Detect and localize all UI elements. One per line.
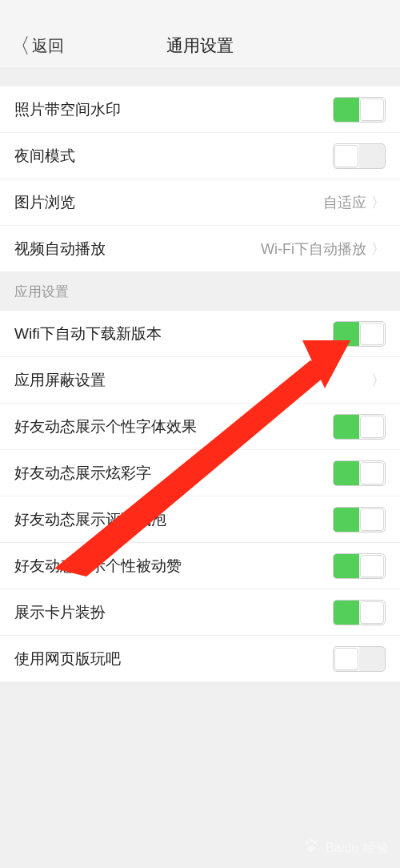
switch-photo-watermark[interactable]: [333, 97, 386, 123]
switch-friend-font[interactable]: [333, 414, 386, 440]
row-photo-watermark[interactable]: 照片带空间水印: [0, 86, 400, 133]
row-colorful-text[interactable]: 好友动态展示炫彩字: [0, 450, 400, 496]
row-label: 好友动态展示评论气泡: [14, 509, 166, 530]
switch-colorful-text[interactable]: [333, 460, 386, 486]
row-passive-like[interactable]: 好友动态展示个性被动赞: [0, 543, 400, 589]
paw-icon: [302, 836, 321, 860]
row-label: 夜间模式: [14, 146, 75, 167]
chevron-left-icon: 〈: [10, 32, 30, 60]
switch-card-decor[interactable]: [333, 600, 386, 625]
switch-wifi-autodownload[interactable]: [333, 321, 386, 347]
row-card-decor[interactable]: 展示卡片装扮: [0, 589, 400, 636]
row-label: 视频自动播放: [14, 239, 106, 259]
row-label: Wifi下自动下载新版本: [14, 323, 162, 344]
row-video-autoplay[interactable]: 视频自动播放 Wi-Fi下自动播放 〉: [0, 226, 400, 272]
row-label: 好友动态展示个性被动赞: [14, 556, 182, 577]
row-value: 自适应: [323, 193, 366, 212]
nav-bar: 〈 返回 通用设置: [0, 24, 400, 67]
row-label: 照片带空间水印: [14, 99, 121, 120]
switch-comment-bubble[interactable]: [333, 507, 386, 532]
section-header-app: 应用设置: [0, 272, 400, 311]
svg-point-5: [307, 846, 315, 852]
watermark-brand: Baidu: [326, 841, 358, 855]
row-label: 应用屏蔽设置: [14, 370, 106, 391]
chevron-right-icon: 〉: [371, 239, 386, 259]
watermark: Baidu 经验: [302, 836, 389, 860]
svg-point-2: [306, 841, 310, 845]
back-button[interactable]: 〈 返回: [10, 32, 64, 60]
chevron-right-icon: 〉: [371, 371, 386, 390]
svg-point-3: [310, 839, 314, 843]
row-label: 图片浏览: [14, 192, 75, 213]
row-image-browse[interactable]: 图片浏览 自适应 〉: [0, 179, 400, 226]
spacer: [0, 67, 400, 86]
switch-passive-like[interactable]: [333, 553, 386, 579]
row-app-block[interactable]: 应用屏蔽设置 〉: [0, 357, 400, 404]
row-wifi-autodownload[interactable]: Wifi下自动下载新版本: [0, 311, 400, 357]
row-comment-bubble[interactable]: 好友动态展示评论气泡: [0, 496, 400, 543]
row-web-play[interactable]: 使用网页版玩吧: [0, 636, 400, 682]
chevron-right-icon: 〉: [371, 193, 386, 212]
row-label: 好友动态展示个性字体效果: [14, 416, 197, 437]
row-value: Wi-Fi下自动播放: [261, 239, 366, 259]
switch-night-mode[interactable]: [333, 143, 386, 169]
switch-web-play[interactable]: [333, 646, 386, 672]
page-title: 通用设置: [166, 34, 234, 57]
row-night-mode[interactable]: 夜间模式: [0, 133, 400, 179]
back-label: 返回: [32, 35, 64, 57]
row-label: 使用网页版玩吧: [14, 649, 121, 669]
svg-point-4: [314, 841, 318, 845]
row-label: 展示卡片装扮: [14, 602, 106, 623]
status-bar: [0, 0, 400, 24]
row-label: 好友动态展示炫彩字: [14, 463, 151, 484]
row-friend-font[interactable]: 好友动态展示个性字体效果: [0, 404, 400, 450]
watermark-suffix: 经验: [363, 840, 389, 857]
